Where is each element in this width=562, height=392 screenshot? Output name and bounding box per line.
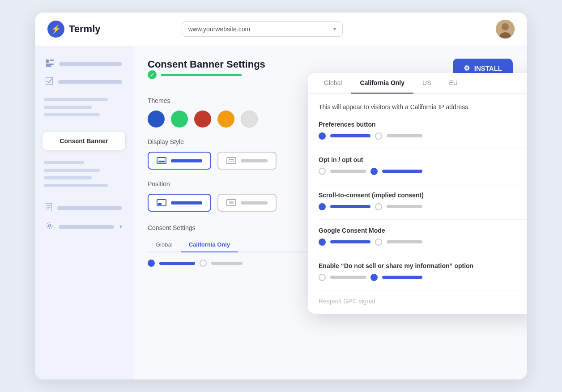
consent-tab-california[interactable]: California Only bbox=[181, 238, 238, 252]
panel-tab-eu[interactable]: EU bbox=[440, 73, 467, 94]
chevron-down-icon: ▾ bbox=[333, 26, 336, 32]
sidebar-line bbox=[44, 184, 108, 187]
position-center-icon bbox=[226, 199, 236, 206]
sidebar-line bbox=[44, 106, 92, 109]
logo-icon: ⚡ bbox=[47, 21, 64, 38]
position-center[interactable] bbox=[217, 194, 277, 212]
svg-rect-4 bbox=[50, 60, 54, 61]
preferences-options bbox=[319, 132, 527, 140]
sidebar-line bbox=[44, 176, 92, 179]
dns-bar-gray bbox=[330, 276, 366, 279]
radio-off-1[interactable] bbox=[200, 260, 207, 267]
panel-setting-dns: Enable “Do not sell or share my informat… bbox=[319, 262, 527, 281]
radio-preferences-on[interactable] bbox=[319, 132, 326, 140]
svg-rect-5 bbox=[46, 64, 54, 65]
url-text: www.yourwebsite.com bbox=[188, 26, 251, 33]
position-bar-inactive bbox=[241, 201, 268, 205]
panel-divider-2 bbox=[319, 184, 527, 184]
panel-divider-3 bbox=[319, 219, 527, 220]
sidebar-item-tasks[interactable] bbox=[35, 73, 133, 91]
content-area: Consent Banner Settings ✓ ⚙ INSTALL Them… bbox=[133, 46, 527, 379]
consent-bar-blue-1 bbox=[159, 262, 195, 265]
sidebar-section-mid bbox=[35, 154, 133, 199]
radio-optin-off[interactable] bbox=[319, 168, 326, 175]
scroll-consent-label: Scroll-to-consent (implied consent) bbox=[319, 192, 527, 199]
panel-tab-us[interactable]: US bbox=[413, 73, 440, 94]
optin-options bbox=[319, 168, 527, 175]
optin-bar-blue bbox=[382, 170, 422, 173]
avatar bbox=[496, 20, 515, 38]
preferences-bar-gray bbox=[387, 134, 422, 137]
color-red[interactable] bbox=[194, 111, 211, 128]
sidebar-line bbox=[44, 161, 84, 164]
consent-banner-button[interactable]: Consent Banner bbox=[42, 132, 126, 150]
svg-rect-7 bbox=[46, 77, 53, 85]
display-style-banner-center[interactable] bbox=[217, 152, 277, 170]
sidebar-item-documents[interactable] bbox=[35, 199, 133, 217]
optin-label: Opt in / opt out bbox=[319, 156, 527, 163]
radio-gcm-off[interactable] bbox=[375, 239, 382, 246]
scroll-options bbox=[319, 203, 527, 210]
radio-optin-on[interactable] bbox=[370, 168, 378, 175]
banner-left-icon bbox=[157, 157, 166, 164]
panel-body: This will appear to visitors with a Cali… bbox=[308, 94, 527, 314]
color-blue[interactable] bbox=[148, 111, 165, 128]
url-selector[interactable]: www.yourwebsite.com ▾ bbox=[182, 21, 343, 37]
progress-track bbox=[161, 74, 242, 76]
document-icon bbox=[46, 203, 52, 213]
position-bottom-left[interactable] bbox=[148, 194, 211, 212]
svg-point-1 bbox=[502, 23, 509, 30]
dns-label: Enable “Do not sell or share my informat… bbox=[319, 262, 527, 269]
install-label: INSTALL bbox=[474, 64, 502, 72]
panel-tab-california[interactable]: California Only bbox=[351, 73, 413, 94]
logo-text: Termly bbox=[69, 23, 101, 35]
scroll-bar-blue bbox=[330, 205, 370, 208]
color-gray[interactable] bbox=[241, 111, 258, 128]
floating-panel: Global California Only US EU This will a… bbox=[308, 73, 527, 314]
svg-rect-3 bbox=[46, 60, 49, 63]
preferences-bar-blue bbox=[330, 134, 370, 137]
radio-preferences-off[interactable] bbox=[375, 132, 382, 140]
banner-center-icon bbox=[226, 157, 236, 164]
top-header: ⚡ Termly www.yourwebsite.com ▾ bbox=[35, 13, 527, 46]
sidebar-item-settings[interactable]: ▾ bbox=[35, 217, 133, 236]
check-icon bbox=[46, 77, 53, 86]
position-bottom-left-icon bbox=[157, 199, 166, 206]
sidebar-section-top bbox=[35, 91, 133, 128]
radio-gcm-on[interactable] bbox=[319, 239, 326, 246]
page-title: Consent Banner Settings bbox=[148, 59, 265, 70]
panel-tab-global[interactable]: Global bbox=[315, 73, 351, 94]
panel-setting-preferences: Preferences button bbox=[319, 121, 527, 140]
display-style-banner-left[interactable] bbox=[148, 152, 211, 170]
svg-rect-6 bbox=[46, 65, 51, 67]
optin-bar-gray bbox=[330, 170, 366, 173]
settings-icon bbox=[46, 222, 53, 231]
sidebar-item-dashboard[interactable] bbox=[35, 55, 133, 73]
radio-scroll-on[interactable] bbox=[319, 203, 326, 210]
color-green[interactable] bbox=[171, 111, 188, 128]
radio-dns-on[interactable] bbox=[370, 274, 378, 281]
gear-icon: ⚙ bbox=[464, 64, 470, 72]
gcm-options bbox=[319, 239, 527, 246]
radio-on-1[interactable] bbox=[148, 260, 155, 267]
panel-description: This will appear to visitors with a Cali… bbox=[319, 102, 527, 112]
progress-check-icon: ✓ bbox=[148, 70, 157, 79]
sidebar-label-bar bbox=[59, 225, 114, 229]
radio-scroll-off[interactable] bbox=[375, 203, 382, 210]
consent-bar-gray-1 bbox=[211, 262, 243, 265]
dns-bar-blue bbox=[382, 276, 422, 279]
main-card: ⚡ Termly www.yourwebsite.com ▾ bbox=[35, 13, 527, 379]
panel-setting-scroll: Scroll-to-consent (implied consent) bbox=[319, 192, 527, 210]
consent-tab-global[interactable]: Global bbox=[148, 238, 181, 252]
position-bar-active bbox=[171, 201, 202, 205]
sidebar: Consent Banner ▾ bbox=[35, 46, 133, 379]
sidebar-line bbox=[44, 98, 108, 101]
main-body: Consent Banner ▾ bbox=[35, 46, 527, 379]
radio-dns-off[interactable] bbox=[319, 274, 326, 281]
color-yellow[interactable] bbox=[217, 111, 234, 128]
sidebar-label-bar bbox=[57, 206, 122, 210]
sidebar-line bbox=[44, 113, 100, 116]
chevron-down-icon: ▾ bbox=[119, 224, 122, 230]
sidebar-label-bar bbox=[59, 62, 122, 66]
progress-bar-row: ✓ bbox=[148, 70, 265, 79]
